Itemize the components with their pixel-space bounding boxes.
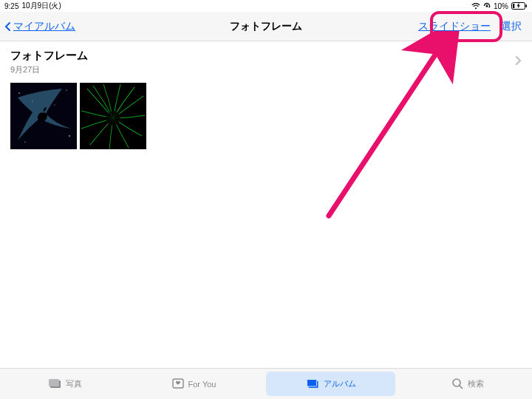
select-button[interactable]: 選択	[501, 20, 522, 33]
tab-label: アルバム	[324, 378, 356, 389]
svg-point-9	[24, 141, 25, 142]
album-name: フォトフレーム	[10, 49, 88, 63]
album-header[interactable]: フォトフレーム 9月27日	[0, 41, 532, 78]
status-bar: 9:25 10月9日(火) 10%	[0, 0, 532, 12]
svg-rect-3	[513, 4, 514, 8]
tab-label: For You	[188, 380, 216, 389]
photos-icon	[48, 378, 61, 390]
albums-icon	[306, 378, 319, 390]
slideshow-button[interactable]: スライドショー	[418, 20, 491, 33]
chevron-right-icon	[514, 55, 522, 69]
tab-foryou[interactable]: For You	[129, 369, 259, 399]
photo-thumbnail[interactable]	[80, 83, 146, 149]
back-label: マイアルバム	[13, 20, 75, 33]
orientation-lock-icon	[483, 2, 491, 10]
tab-label: 検索	[468, 378, 484, 389]
navigation-bar: マイアルバム フォトフレーム スライドショー 選択	[0, 12, 532, 41]
tab-albums[interactable]: アルバム	[266, 372, 395, 396]
svg-point-7	[66, 89, 66, 90]
battery-percent: 10%	[494, 2, 508, 10]
svg-rect-15	[49, 379, 59, 386]
tab-label: 写真	[66, 378, 82, 389]
svg-point-6	[18, 92, 19, 93]
content-area: フォトフレーム 9月27日	[0, 41, 532, 368]
svg-point-8	[69, 135, 70, 137]
foryou-icon	[172, 378, 184, 390]
tab-bar: 写真 For You アルバム 検索	[0, 368, 532, 399]
status-date: 10月9日(火)	[21, 1, 61, 11]
chevron-left-icon	[3, 21, 13, 32]
battery-icon	[511, 2, 528, 10]
back-button[interactable]: マイアルバム	[0, 20, 75, 33]
thumbnail-row	[0, 78, 532, 154]
svg-rect-0	[486, 5, 488, 7]
search-icon	[451, 378, 463, 391]
status-time: 9:25	[4, 2, 18, 10]
svg-rect-18	[307, 379, 316, 386]
svg-rect-2	[526, 4, 528, 7]
tab-search[interactable]: 検索	[403, 369, 532, 399]
wifi-icon	[471, 3, 480, 10]
album-date: 9月27日	[10, 64, 88, 75]
tab-photos[interactable]: 写真	[0, 369, 129, 399]
svg-point-11	[33, 101, 33, 102]
svg-point-10	[55, 105, 55, 106]
svg-point-13	[106, 111, 120, 126]
photo-thumbnail[interactable]	[10, 83, 77, 149]
